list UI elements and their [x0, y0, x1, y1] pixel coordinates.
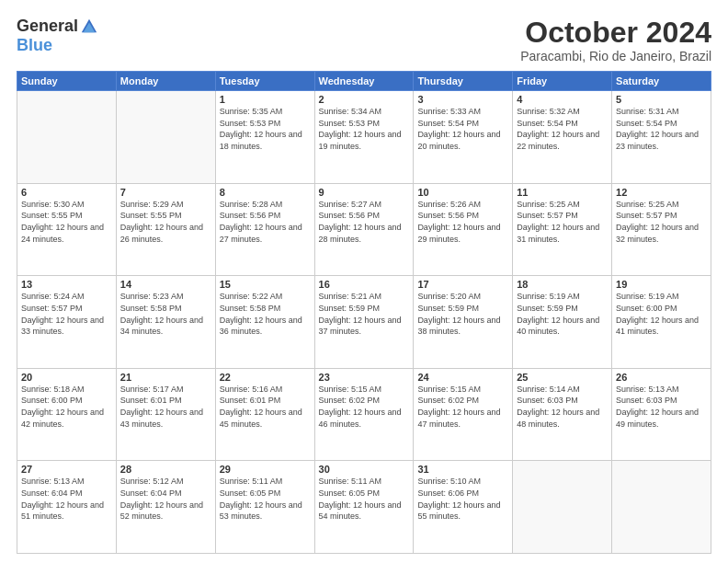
day-number: 11 [517, 187, 608, 198]
header: General Blue October 2024 Paracambi, Rio… [17, 17, 711, 63]
logo: General Blue [17, 17, 98, 55]
day-info: Sunrise: 5:19 AMSunset: 6:00 PMDaylight:… [616, 291, 707, 337]
day-info: Sunrise: 5:32 AMSunset: 5:54 PMDaylight:… [517, 106, 608, 152]
day-number: 10 [417, 187, 508, 198]
day-number: 6 [21, 187, 112, 198]
table-row [513, 461, 612, 554]
day-number: 9 [319, 187, 410, 198]
calendar-week-row: 6Sunrise: 5:30 AMSunset: 5:55 PMDaylight… [17, 183, 711, 276]
col-tuesday: Tuesday [215, 72, 314, 91]
table-row: 10Sunrise: 5:26 AMSunset: 5:56 PMDayligh… [414, 183, 513, 276]
day-number: 12 [616, 187, 707, 198]
table-row: 5Sunrise: 5:31 AMSunset: 5:54 PMDaylight… [612, 91, 711, 184]
col-friday: Friday [513, 72, 612, 91]
day-number: 21 [120, 372, 211, 383]
day-info: Sunrise: 5:16 AMSunset: 6:01 PMDaylight:… [220, 384, 311, 430]
day-number: 30 [319, 464, 410, 475]
day-info: Sunrise: 5:33 AMSunset: 5:54 PMDaylight:… [417, 106, 508, 152]
calendar-table: Sunday Monday Tuesday Wednesday Thursday… [17, 71, 711, 554]
day-info: Sunrise: 5:30 AMSunset: 5:55 PMDaylight:… [21, 199, 112, 245]
day-info: Sunrise: 5:35 AMSunset: 5:53 PMDaylight:… [220, 106, 311, 152]
table-row: 13Sunrise: 5:24 AMSunset: 5:57 PMDayligh… [17, 276, 117, 369]
table-row: 22Sunrise: 5:16 AMSunset: 6:01 PMDayligh… [215, 368, 314, 461]
logo-blue-text: Blue [17, 36, 52, 55]
table-row: 1Sunrise: 5:35 AMSunset: 5:53 PMDaylight… [215, 91, 314, 184]
table-row: 9Sunrise: 5:27 AMSunset: 5:56 PMDaylight… [314, 183, 414, 276]
day-info: Sunrise: 5:14 AMSunset: 6:03 PMDaylight:… [517, 384, 608, 430]
table-row: 3Sunrise: 5:33 AMSunset: 5:54 PMDaylight… [414, 91, 513, 184]
day-number: 27 [21, 464, 112, 475]
col-thursday: Thursday [414, 72, 513, 91]
day-info: Sunrise: 5:15 AMSunset: 6:02 PMDaylight:… [417, 384, 508, 430]
day-info: Sunrise: 5:21 AMSunset: 5:59 PMDaylight:… [319, 291, 410, 337]
calendar-week-row: 13Sunrise: 5:24 AMSunset: 5:57 PMDayligh… [17, 276, 711, 369]
table-row [612, 461, 711, 554]
day-number: 20 [21, 372, 112, 383]
day-number: 14 [120, 279, 211, 290]
table-row: 31Sunrise: 5:10 AMSunset: 6:06 PMDayligh… [414, 461, 513, 554]
table-row: 27Sunrise: 5:13 AMSunset: 6:04 PMDayligh… [17, 461, 117, 554]
day-number: 23 [319, 372, 410, 383]
table-row [116, 91, 215, 184]
day-info: Sunrise: 5:27 AMSunset: 5:56 PMDaylight:… [319, 199, 410, 245]
day-info: Sunrise: 5:15 AMSunset: 6:02 PMDaylight:… [319, 384, 410, 430]
table-row: 6Sunrise: 5:30 AMSunset: 5:55 PMDaylight… [17, 183, 117, 276]
day-info: Sunrise: 5:26 AMSunset: 5:56 PMDaylight:… [417, 199, 508, 245]
day-info: Sunrise: 5:24 AMSunset: 5:57 PMDaylight:… [21, 291, 112, 337]
day-info: Sunrise: 5:25 AMSunset: 5:57 PMDaylight:… [517, 199, 608, 245]
day-number: 3 [417, 94, 508, 105]
day-number: 5 [616, 94, 707, 105]
day-number: 22 [220, 372, 311, 383]
day-number: 31 [417, 464, 508, 475]
page: General Blue October 2024 Paracambi, Rio… [0, 0, 728, 563]
day-number: 13 [21, 279, 112, 290]
day-info: Sunrise: 5:20 AMSunset: 5:59 PMDaylight:… [417, 291, 508, 337]
day-number: 28 [120, 464, 211, 475]
col-monday: Monday [116, 72, 215, 91]
table-row: 25Sunrise: 5:14 AMSunset: 6:03 PMDayligh… [513, 368, 612, 461]
table-row: 17Sunrise: 5:20 AMSunset: 5:59 PMDayligh… [414, 276, 513, 369]
table-row: 18Sunrise: 5:19 AMSunset: 5:59 PMDayligh… [513, 276, 612, 369]
day-number: 19 [616, 279, 707, 290]
table-row: 28Sunrise: 5:12 AMSunset: 6:04 PMDayligh… [116, 461, 215, 554]
table-row: 8Sunrise: 5:28 AMSunset: 5:56 PMDaylight… [215, 183, 314, 276]
day-number: 7 [120, 187, 211, 198]
table-row: 24Sunrise: 5:15 AMSunset: 6:02 PMDayligh… [414, 368, 513, 461]
table-row: 30Sunrise: 5:11 AMSunset: 6:05 PMDayligh… [314, 461, 414, 554]
day-info: Sunrise: 5:18 AMSunset: 6:00 PMDaylight:… [21, 384, 112, 430]
table-row: 15Sunrise: 5:22 AMSunset: 5:58 PMDayligh… [215, 276, 314, 369]
table-row: 12Sunrise: 5:25 AMSunset: 5:57 PMDayligh… [612, 183, 711, 276]
day-info: Sunrise: 5:11 AMSunset: 6:05 PMDaylight:… [220, 476, 311, 522]
table-row: 14Sunrise: 5:23 AMSunset: 5:58 PMDayligh… [116, 276, 215, 369]
logo-general-text: General [17, 17, 78, 36]
logo-icon [80, 17, 98, 36]
table-row: 29Sunrise: 5:11 AMSunset: 6:05 PMDayligh… [215, 461, 314, 554]
table-row: 2Sunrise: 5:34 AMSunset: 5:53 PMDaylight… [314, 91, 414, 184]
col-wednesday: Wednesday [314, 72, 414, 91]
day-number: 26 [616, 372, 707, 383]
col-saturday: Saturday [612, 72, 711, 91]
table-row [17, 91, 117, 184]
day-info: Sunrise: 5:25 AMSunset: 5:57 PMDaylight:… [616, 199, 707, 245]
day-number: 15 [220, 279, 311, 290]
day-info: Sunrise: 5:31 AMSunset: 5:54 PMDaylight:… [616, 106, 707, 152]
day-info: Sunrise: 5:29 AMSunset: 5:55 PMDaylight:… [120, 199, 211, 245]
table-row: 7Sunrise: 5:29 AMSunset: 5:55 PMDaylight… [116, 183, 215, 276]
day-number: 18 [517, 279, 608, 290]
calendar-week-row: 27Sunrise: 5:13 AMSunset: 6:04 PMDayligh… [17, 461, 711, 554]
table-row: 11Sunrise: 5:25 AMSunset: 5:57 PMDayligh… [513, 183, 612, 276]
table-row: 26Sunrise: 5:13 AMSunset: 6:03 PMDayligh… [612, 368, 711, 461]
table-row: 4Sunrise: 5:32 AMSunset: 5:54 PMDaylight… [513, 91, 612, 184]
day-number: 25 [517, 372, 608, 383]
day-info: Sunrise: 5:28 AMSunset: 5:56 PMDaylight:… [220, 199, 311, 245]
day-number: 8 [220, 187, 311, 198]
col-sunday: Sunday [17, 72, 117, 91]
calendar-week-row: 1Sunrise: 5:35 AMSunset: 5:53 PMDaylight… [17, 91, 711, 184]
table-row: 20Sunrise: 5:18 AMSunset: 6:00 PMDayligh… [17, 368, 117, 461]
day-info: Sunrise: 5:10 AMSunset: 6:06 PMDaylight:… [417, 476, 508, 522]
table-row: 23Sunrise: 5:15 AMSunset: 6:02 PMDayligh… [314, 368, 414, 461]
day-info: Sunrise: 5:12 AMSunset: 6:04 PMDaylight:… [120, 476, 211, 522]
day-number: 17 [417, 279, 508, 290]
day-number: 1 [220, 94, 311, 105]
day-info: Sunrise: 5:11 AMSunset: 6:05 PMDaylight:… [319, 476, 410, 522]
